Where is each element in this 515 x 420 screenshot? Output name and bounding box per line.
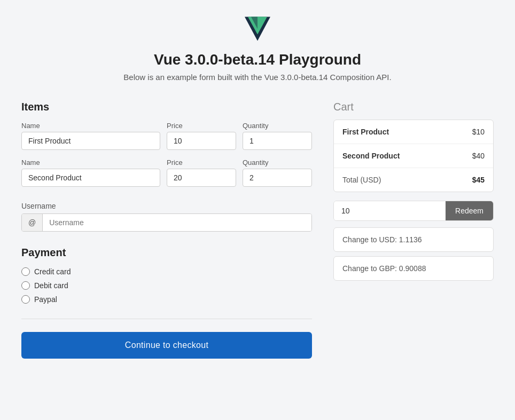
item1-name-input[interactable] (21, 132, 160, 150)
payment-radio-group: Credit card Debit card Paypal (21, 267, 312, 304)
item2-qty-input[interactable] (243, 169, 312, 187)
username-input[interactable] (43, 214, 311, 231)
item2-price-input[interactable] (167, 169, 236, 187)
at-prefix: @ (22, 214, 43, 231)
page-title: Vue 3.0.0-beta.14 Playground (21, 51, 494, 68)
item2-name-group: Name (21, 159, 160, 187)
vue-logo-icon (241, 13, 274, 45)
exchange-gbp-box: Change to GBP: 0.90088 (333, 256, 494, 281)
cart-panel: Cart First Product $10 Second Product $4… (333, 101, 494, 285)
cart-product-1-name: First Product (342, 128, 389, 136)
item1-price-label: Price (167, 122, 236, 130)
item2-qty-label: Quantity (243, 159, 312, 167)
item1-qty-group: Quantity (243, 122, 312, 150)
items-section-title: Items (21, 101, 312, 113)
page-header: Vue 3.0.0-beta.14 Playground Below is an… (21, 13, 494, 82)
cart-item-2: Second Product $40 (334, 144, 493, 168)
items-section: Items Name Price Quantity (21, 101, 312, 187)
payment-label-debit: Debit card (34, 281, 68, 290)
checkout-button[interactable]: Continue to checkout (21, 332, 312, 359)
username-label: Username (21, 202, 312, 210)
item-row-1: Name Price Quantity (21, 122, 312, 150)
item1-qty-input[interactable] (243, 132, 312, 150)
page-subtitle: Below is an example form built with the … (21, 73, 494, 82)
item1-name-group: Name (21, 122, 160, 150)
item1-price-group: Price (167, 122, 236, 150)
payment-label-paypal: Paypal (34, 295, 57, 304)
redeem-input[interactable] (334, 201, 446, 220)
payment-radio-paypal[interactable] (21, 295, 30, 304)
cart-total-label: Total (USD) (342, 176, 381, 184)
cart-product-1-price: $10 (472, 128, 485, 136)
item1-price-input[interactable] (167, 132, 236, 150)
payment-radio-credit[interactable] (21, 267, 30, 276)
payment-option-debit[interactable]: Debit card (21, 281, 312, 290)
cart-total-value: $45 (472, 176, 485, 184)
left-panel: Items Name Price Quantity (21, 101, 312, 359)
item2-name-label: Name (21, 159, 160, 167)
exchange-usd-box: Change to USD: 1.1136 (333, 227, 494, 252)
payment-section: Payment Credit card Debit card Paypal (21, 247, 312, 304)
username-section: Username @ (21, 202, 312, 232)
item2-name-input[interactable] (21, 169, 160, 187)
cart-product-2-name: Second Product (342, 152, 400, 160)
item2-price-label: Price (167, 159, 236, 167)
cart-product-2-price: $40 (472, 152, 485, 160)
payment-option-credit[interactable]: Credit card (21, 267, 312, 276)
cart-box: First Product $10 Second Product $40 Tot… (333, 120, 494, 192)
item1-name-label: Name (21, 122, 160, 130)
item1-qty-label: Quantity (243, 122, 312, 130)
redeem-button[interactable]: Redeem (446, 201, 493, 220)
cart-item-1: First Product $10 (334, 120, 493, 144)
cart-total-row: Total (USD) $45 (334, 168, 493, 192)
payment-radio-debit[interactable] (21, 281, 30, 290)
username-input-wrapper: @ (21, 213, 312, 232)
payment-option-paypal[interactable]: Paypal (21, 295, 312, 304)
item-row-2: Name Price Quantity (21, 159, 312, 187)
payment-section-title: Payment (21, 247, 312, 259)
item2-qty-group: Quantity (243, 159, 312, 187)
payment-label-credit: Credit card (34, 267, 71, 276)
divider (21, 319, 312, 319)
redeem-box: Redeem (333, 201, 494, 221)
cart-title: Cart (333, 101, 494, 113)
item2-price-group: Price (167, 159, 236, 187)
